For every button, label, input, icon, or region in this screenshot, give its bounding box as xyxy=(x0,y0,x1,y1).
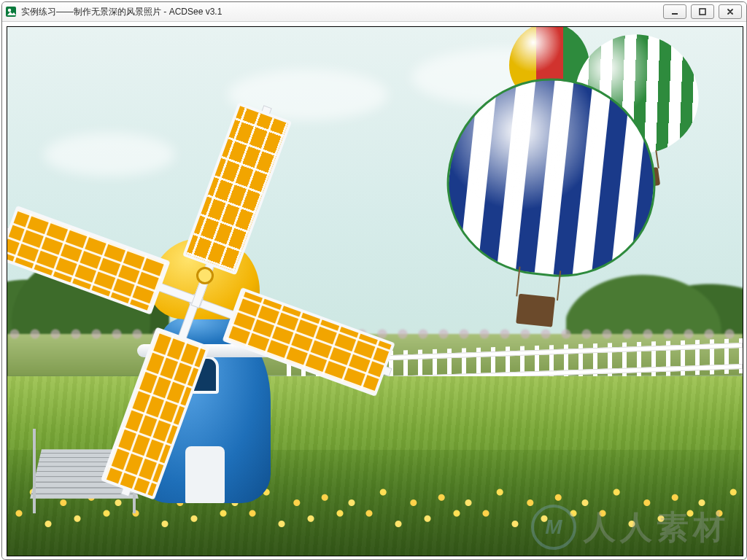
minimize-button[interactable] xyxy=(663,4,686,19)
svg-point-1 xyxy=(8,9,11,12)
app-window: 实例练习——制作无景深的风景照片 - ACDSee v3.1 xyxy=(1,1,747,560)
windmill-door xyxy=(185,446,225,503)
app-icon xyxy=(5,6,17,18)
windmill xyxy=(110,139,300,503)
close-button[interactable] xyxy=(719,4,742,19)
windmill-hub xyxy=(196,267,214,284)
svg-rect-3 xyxy=(700,9,705,15)
window-title: 实例练习——制作无景深的风景照片 - ACDSee v3.1 xyxy=(21,6,222,18)
landscape-image: M 人人素材 xyxy=(7,27,743,556)
titlebar[interactable]: 实例练习——制作无景深的风景照片 - ACDSee v3.1 xyxy=(2,2,746,22)
hot-air-balloon-blue-white xyxy=(433,68,662,335)
svg-rect-2 xyxy=(672,13,678,15)
image-viewport[interactable]: M 人人素材 xyxy=(2,22,746,559)
maximize-button[interactable] xyxy=(691,4,714,19)
window-controls xyxy=(663,4,743,19)
image-frame: M 人人素材 xyxy=(7,26,743,556)
